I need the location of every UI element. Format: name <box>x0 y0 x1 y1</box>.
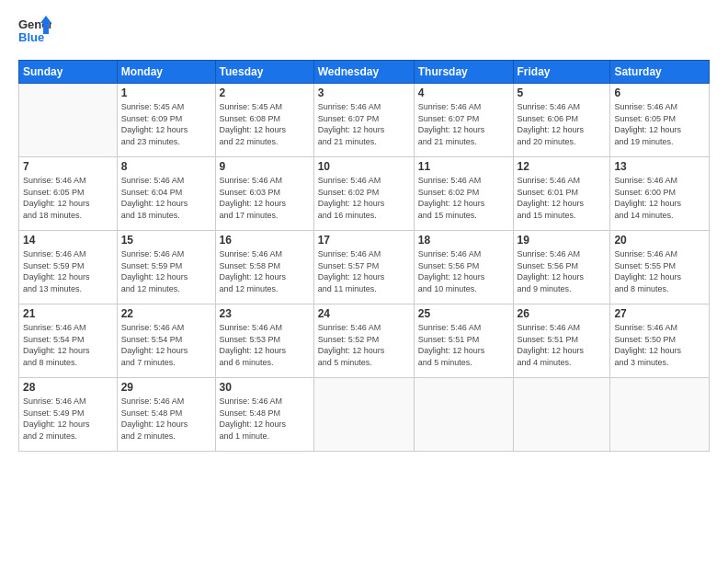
calendar-cell: 28Sunrise: 5:46 AMSunset: 5:49 PMDayligh… <box>19 378 118 452</box>
day-info: Sunrise: 5:46 AMSunset: 6:03 PMDaylight:… <box>220 175 310 221</box>
calendar-cell: 2Sunrise: 5:45 AMSunset: 6:08 PMDaylight… <box>215 84 313 157</box>
calendar-cell: 19Sunrise: 5:46 AMSunset: 5:56 PMDayligh… <box>513 231 610 304</box>
week-row-2: 14Sunrise: 5:46 AMSunset: 5:59 PMDayligh… <box>19 231 710 304</box>
day-number: 27 <box>614 307 705 320</box>
day-info: Sunrise: 5:46 AMSunset: 6:02 PMDaylight:… <box>418 175 509 221</box>
day-info: Sunrise: 5:46 AMSunset: 6:02 PMDaylight:… <box>318 175 410 221</box>
calendar-cell: 26Sunrise: 5:46 AMSunset: 5:51 PMDayligh… <box>513 304 610 378</box>
calendar-cell: 7Sunrise: 5:46 AMSunset: 6:05 PMDaylight… <box>19 157 118 231</box>
day-number: 22 <box>121 307 211 320</box>
day-number: 26 <box>518 307 607 320</box>
day-number: 9 <box>220 160 310 173</box>
day-number: 17 <box>318 234 410 247</box>
day-number: 18 <box>418 234 509 247</box>
calendar-cell: 23Sunrise: 5:46 AMSunset: 5:53 PMDayligh… <box>215 304 313 378</box>
day-info: Sunrise: 5:46 AMSunset: 5:49 PMDaylight:… <box>23 396 113 442</box>
calendar-cell: 27Sunrise: 5:46 AMSunset: 5:50 PMDayligh… <box>610 304 710 378</box>
calendar-cell <box>610 378 710 452</box>
day-number: 28 <box>23 381 113 394</box>
calendar-cell <box>513 378 610 452</box>
calendar-cell: 20Sunrise: 5:46 AMSunset: 5:55 PMDayligh… <box>610 231 710 304</box>
calendar-cell: 4Sunrise: 5:46 AMSunset: 6:07 PMDaylight… <box>414 84 513 157</box>
day-info: Sunrise: 5:45 AMSunset: 6:09 PMDaylight:… <box>121 101 211 147</box>
header-cell-friday: Friday <box>513 61 610 84</box>
calendar-cell: 21Sunrise: 5:46 AMSunset: 5:54 PMDayligh… <box>19 304 118 378</box>
day-number: 23 <box>220 307 310 320</box>
calendar-cell: 13Sunrise: 5:46 AMSunset: 6:00 PMDayligh… <box>610 157 710 231</box>
day-number: 15 <box>121 234 211 247</box>
calendar-cell: 15Sunrise: 5:46 AMSunset: 5:59 PMDayligh… <box>117 231 215 304</box>
day-info: Sunrise: 5:46 AMSunset: 5:54 PMDaylight:… <box>23 322 113 368</box>
header-cell-sunday: Sunday <box>19 61 118 84</box>
week-row-3: 21Sunrise: 5:46 AMSunset: 5:54 PMDayligh… <box>19 304 710 378</box>
day-number: 2 <box>220 86 310 99</box>
calendar-cell: 29Sunrise: 5:46 AMSunset: 5:48 PMDayligh… <box>117 378 215 452</box>
day-info: Sunrise: 5:46 AMSunset: 5:56 PMDaylight:… <box>418 248 509 294</box>
header-cell-saturday: Saturday <box>610 61 710 84</box>
calendar-cell: 14Sunrise: 5:46 AMSunset: 5:59 PMDayligh… <box>19 231 118 304</box>
day-number: 24 <box>318 307 410 320</box>
day-number: 12 <box>518 160 607 173</box>
page-header: General Blue <box>18 14 710 52</box>
day-number: 13 <box>614 160 705 173</box>
day-number: 29 <box>121 381 211 394</box>
week-row-1: 7Sunrise: 5:46 AMSunset: 6:05 PMDaylight… <box>19 157 710 231</box>
header-row: SundayMondayTuesdayWednesdayThursdayFrid… <box>19 61 710 84</box>
day-number: 14 <box>23 234 113 247</box>
calendar-cell: 8Sunrise: 5:46 AMSunset: 6:04 PMDaylight… <box>117 157 215 231</box>
day-number: 3 <box>318 86 410 99</box>
day-number: 4 <box>418 86 509 99</box>
week-row-0: 1Sunrise: 5:45 AMSunset: 6:09 PMDaylight… <box>19 84 710 157</box>
day-info: Sunrise: 5:46 AMSunset: 5:54 PMDaylight:… <box>121 322 211 368</box>
calendar-cell: 16Sunrise: 5:46 AMSunset: 5:58 PMDayligh… <box>215 231 313 304</box>
day-info: Sunrise: 5:46 AMSunset: 5:53 PMDaylight:… <box>220 322 310 368</box>
calendar-cell: 12Sunrise: 5:46 AMSunset: 6:01 PMDayligh… <box>513 157 610 231</box>
calendar-cell: 22Sunrise: 5:46 AMSunset: 5:54 PMDayligh… <box>117 304 215 378</box>
calendar-cell: 30Sunrise: 5:46 AMSunset: 5:48 PMDayligh… <box>215 378 313 452</box>
calendar-cell <box>19 84 118 157</box>
calendar-cell: 10Sunrise: 5:46 AMSunset: 6:02 PMDayligh… <box>313 157 414 231</box>
day-info: Sunrise: 5:46 AMSunset: 6:01 PMDaylight:… <box>518 175 607 221</box>
calendar-cell: 24Sunrise: 5:46 AMSunset: 5:52 PMDayligh… <box>313 304 414 378</box>
day-info: Sunrise: 5:46 AMSunset: 5:56 PMDaylight:… <box>518 248 607 294</box>
day-number: 21 <box>23 307 113 320</box>
day-number: 11 <box>418 160 509 173</box>
day-info: Sunrise: 5:46 AMSunset: 5:59 PMDaylight:… <box>23 248 113 294</box>
day-info: Sunrise: 5:46 AMSunset: 6:06 PMDaylight:… <box>518 101 607 147</box>
day-number: 8 <box>121 160 211 173</box>
day-info: Sunrise: 5:46 AMSunset: 5:51 PMDaylight:… <box>518 322 607 368</box>
calendar-cell: 18Sunrise: 5:46 AMSunset: 5:56 PMDayligh… <box>414 231 513 304</box>
day-info: Sunrise: 5:46 AMSunset: 5:57 PMDaylight:… <box>318 248 410 294</box>
header-cell-wednesday: Wednesday <box>313 61 414 84</box>
day-number: 7 <box>23 160 113 173</box>
calendar-cell: 1Sunrise: 5:45 AMSunset: 6:09 PMDaylight… <box>117 84 215 157</box>
day-number: 16 <box>220 234 310 247</box>
day-info: Sunrise: 5:45 AMSunset: 6:08 PMDaylight:… <box>220 101 310 147</box>
day-info: Sunrise: 5:46 AMSunset: 5:51 PMDaylight:… <box>418 322 509 368</box>
calendar-cell: 17Sunrise: 5:46 AMSunset: 5:57 PMDayligh… <box>313 231 414 304</box>
week-row-4: 28Sunrise: 5:46 AMSunset: 5:49 PMDayligh… <box>19 378 710 452</box>
day-number: 10 <box>318 160 410 173</box>
calendar-cell: 6Sunrise: 5:46 AMSunset: 6:05 PMDaylight… <box>610 84 710 157</box>
day-info: Sunrise: 5:46 AMSunset: 6:05 PMDaylight:… <box>614 101 705 147</box>
calendar-cell <box>313 378 414 452</box>
day-info: Sunrise: 5:46 AMSunset: 5:52 PMDaylight:… <box>318 322 410 368</box>
day-number: 19 <box>518 234 607 247</box>
calendar-cell: 5Sunrise: 5:46 AMSunset: 6:06 PMDaylight… <box>513 84 610 157</box>
calendar-cell: 25Sunrise: 5:46 AMSunset: 5:51 PMDayligh… <box>414 304 513 378</box>
svg-text:Blue: Blue <box>18 30 44 44</box>
day-info: Sunrise: 5:46 AMSunset: 5:48 PMDaylight:… <box>121 396 211 442</box>
day-info: Sunrise: 5:46 AMSunset: 6:07 PMDaylight:… <box>418 101 509 147</box>
calendar-body: 1Sunrise: 5:45 AMSunset: 6:09 PMDaylight… <box>19 84 710 452</box>
day-info: Sunrise: 5:46 AMSunset: 6:00 PMDaylight:… <box>614 175 705 221</box>
day-info: Sunrise: 5:46 AMSunset: 5:48 PMDaylight:… <box>220 396 310 442</box>
header-cell-tuesday: Tuesday <box>215 61 313 84</box>
calendar-table: SundayMondayTuesdayWednesdayThursdayFrid… <box>18 60 710 452</box>
header-cell-monday: Monday <box>117 61 215 84</box>
day-number: 25 <box>418 307 509 320</box>
calendar-cell: 9Sunrise: 5:46 AMSunset: 6:03 PMDaylight… <box>215 157 313 231</box>
day-info: Sunrise: 5:46 AMSunset: 5:50 PMDaylight:… <box>614 322 705 368</box>
day-info: Sunrise: 5:46 AMSunset: 5:58 PMDaylight:… <box>220 248 310 294</box>
header-cell-thursday: Thursday <box>414 61 513 84</box>
day-info: Sunrise: 5:46 AMSunset: 6:04 PMDaylight:… <box>121 175 211 221</box>
